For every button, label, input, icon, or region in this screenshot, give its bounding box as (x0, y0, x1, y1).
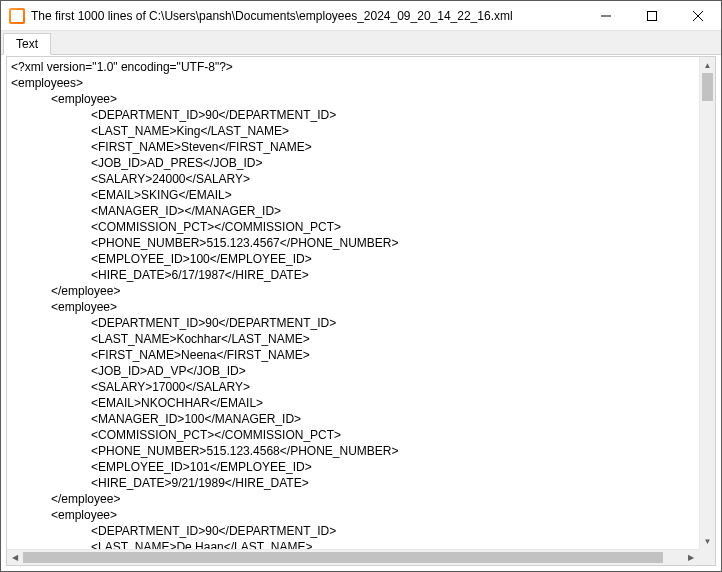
window-title: The first 1000 lines of C:\Users\pansh\D… (31, 9, 583, 23)
app-icon (9, 8, 25, 24)
close-button[interactable] (675, 1, 721, 30)
svg-rect-1 (648, 11, 657, 20)
scroll-up-arrow-icon[interactable]: ▲ (700, 57, 715, 73)
tab-strip: Text (1, 31, 721, 55)
maximize-button[interactable] (629, 1, 675, 30)
scroll-right-arrow-icon[interactable]: ▶ (683, 550, 699, 565)
title-bar: The first 1000 lines of C:\Users\pansh\D… (1, 1, 721, 31)
horizontal-scroll-thumb[interactable] (23, 552, 663, 563)
content-panel: <?xml version="1.0" encoding="UTF-8"?> <… (6, 56, 716, 566)
scroll-left-arrow-icon[interactable]: ◀ (7, 550, 23, 565)
scrollbar-corner (699, 549, 715, 565)
xml-text-view[interactable]: <?xml version="1.0" encoding="UTF-8"?> <… (7, 57, 699, 549)
window-controls (583, 1, 721, 30)
tab-text[interactable]: Text (3, 33, 51, 55)
minimize-button[interactable] (583, 1, 629, 30)
vertical-scroll-thumb[interactable] (702, 73, 713, 101)
horizontal-scrollbar[interactable]: ◀ ▶ (7, 549, 699, 565)
vertical-scrollbar[interactable]: ▲ ▼ (699, 57, 715, 549)
scroll-down-arrow-icon[interactable]: ▼ (700, 533, 715, 549)
